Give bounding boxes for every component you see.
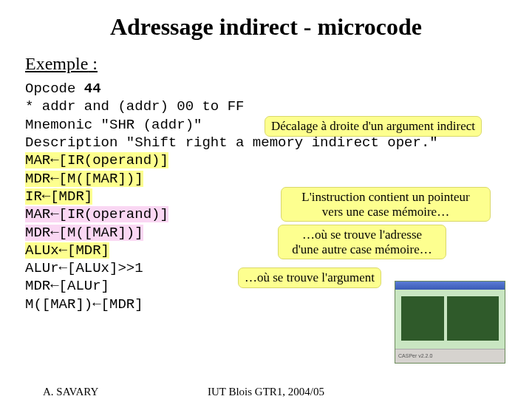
hl-mdr-mem-1: MDR←[M([MAR])]: [25, 171, 143, 187]
hl-ir-mdr: IR←[MDR]: [25, 188, 92, 205]
slide: Adressage indirect - microcode Exemple :…: [0, 0, 532, 399]
code-line-opcode: Opcode 44: [25, 80, 507, 98]
thumb-titlebar: [395, 282, 505, 290]
callout-shift-right: Décalage à droite d'un argument indirect: [265, 116, 482, 137]
subtitle-word: Exemple: [25, 54, 88, 73]
callout-pointer-l2: vers une case mémoire…: [322, 205, 449, 219]
thumb-statusbar: CASPer v2.2.0: [395, 349, 505, 363]
callout-pointer: L'instruction contient un pointeur vers …: [281, 187, 491, 222]
callout-pointer-l1: L'instruction contient un pointeur: [301, 190, 469, 204]
code-line-description: Description "Shift right a memory indire…: [25, 134, 507, 151]
callout-address-l1: …où se trouve l'adresse: [302, 228, 422, 242]
thumb-panel-left: [401, 296, 444, 341]
callout-address: …où se trouve l'adresse d'une autre case…: [278, 225, 446, 259]
hl-alux: ALUx←[MDR]: [25, 242, 109, 259]
hl-mar-ir-2: MAR←[IR(operand)]: [25, 206, 168, 222]
subtitle: Exemple :: [25, 54, 507, 74]
callout-argument: …où se trouve l'argument: [238, 267, 381, 288]
subtitle-colon: :: [88, 54, 98, 73]
hl-mdr-mem-2: MDR←[M([MAR])]: [25, 225, 143, 241]
opcode-value: 44: [84, 81, 101, 97]
hl-mar-ir-1: MAR←[IR(operand)]: [25, 152, 168, 168]
slide-title: Adressage indirect - microcode: [25, 13, 507, 41]
footer-course: IUT Blois GTR1, 2004/05: [0, 386, 532, 398]
simulator-thumbnail: CASPer v2.2.0: [395, 281, 505, 364]
callout-address-l2: d'une autre case mémoire…: [292, 242, 432, 256]
code-line-addr: * addr and (addr) 00 to FF: [25, 98, 507, 115]
code-line-5: MAR←[IR(operand)]: [25, 151, 507, 169]
opcode-label: Opcode: [25, 81, 84, 97]
code-line-6: MDR←[M([MAR])]: [25, 170, 507, 188]
thumb-panel-right: [447, 296, 499, 341]
